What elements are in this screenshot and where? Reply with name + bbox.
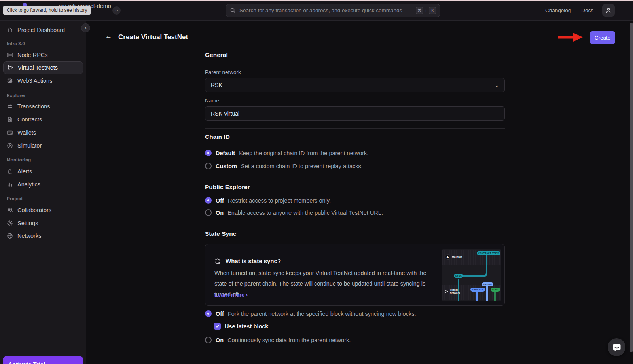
use-latest-block-checkbox-row[interactable]: Use latest block [214,323,505,330]
sync-badge: SYNC [454,274,463,278]
simulate-badge: SIMULATE [470,288,485,292]
checkbox-label: Use latest block [225,323,268,330]
name-field-wrap [205,106,505,121]
activate-trial-banner[interactable]: Activate Trial No credit card required [3,356,83,364]
radio-icon[interactable] [205,163,212,169]
scrollbar-thumb[interactable] [630,23,633,352]
divider [205,351,505,351]
people-icon [7,207,13,213]
radio-chain-id-default[interactable]: Default Keep the original chain ID from … [205,150,505,156]
radio-icon[interactable] [205,209,212,216]
checkbox-checked-icon[interactable] [214,323,221,330]
chain-id-heading: Chain ID [205,133,505,140]
radio-public-explorer-on[interactable]: On Enable access to anyone with the publ… [205,209,505,216]
public-explorer-heading: Public Explorer [205,184,505,191]
section-label-monitoring: Monitoring [7,157,31,163]
sidebar-item-label: Simulator [17,142,42,149]
sidebar-item-label: Alerts [17,168,32,174]
debug-badge: DEBUG [482,282,493,286]
account-button[interactable] [602,4,615,17]
sidebar-item-networks[interactable]: Networks [3,229,83,242]
fork-icon [445,290,448,293]
option-desc: Keep the original chain ID from the pare… [239,150,368,156]
virtual-network-text: Virtual Network [450,288,460,294]
fund-badge: FUND [491,288,500,292]
sidebar-item-contracts[interactable]: Contracts [3,113,83,126]
sidebar-item-label: Networks [17,233,41,239]
sidebar-item-web3-actions[interactable]: Web3 Actions [3,74,83,87]
learn-more-label: Learn more [214,292,244,298]
sidebar-item-collaborators[interactable]: Collaborators [3,204,83,216]
sidebar-item-simulator[interactable]: Simulator [3,139,83,152]
sidebar-item-node-rpcs[interactable]: Node RPCs [3,49,83,61]
global-search[interactable]: ⌘ + k [226,4,440,17]
radio-state-sync-off[interactable]: Off Fork the parent network at the speci… [205,310,505,317]
sidebar-item-label: Web3 Actions [17,78,52,84]
radio-chain-id-custom[interactable]: Custom Set a custom chain ID to prevent … [205,163,505,169]
window-top-edge [0,0,633,1]
bar-chart-icon [7,181,13,188]
sidebar-item-wallets[interactable]: Wallets [3,126,83,139]
search-input[interactable] [239,8,416,13]
divider [205,224,505,224]
name-input[interactable] [211,110,499,117]
parent-network-select[interactable]: RSK ⌄ [205,78,505,92]
sidebar-item-label: Node RPCs [17,52,48,58]
option-label: Default [216,150,235,156]
radio-icon[interactable] [205,337,212,343]
sidebar-item-virtual-testnets[interactable]: Virtual TestNets [3,61,83,74]
chevron-down-icon[interactable]: ⌄ [112,6,121,15]
sidebar-item-analytics[interactable]: Analytics [3,178,83,191]
sidebar-item-label: Analytics [17,181,40,188]
create-button[interactable]: Create [590,31,615,44]
option-desc: Enable access to anyone with the public … [227,210,383,216]
parent-network-label: Parent network [205,69,505,75]
radio-icon[interactable] [205,150,212,156]
play-circle-icon [7,142,13,149]
section-label-explorer: Explorer [7,93,26,99]
sidebar-item-settings[interactable]: Settings [3,217,83,229]
sidebar-item-label: Wallets [17,129,36,136]
topbar: my-rsk-project-demo my-rsk-project ⌄ Cli… [0,0,633,21]
sidebar-item-label: Settings [17,220,38,226]
back-arrow-icon[interactable]: ← [105,32,112,40]
option-desc: Continuously sync data from the parent n… [227,337,351,343]
chat-bubble-icon [612,343,622,352]
docs-link[interactable]: Docs [581,8,593,13]
contract-file-icon [7,116,13,123]
sidebar-collapse-button[interactable]: ‹ [81,23,90,32]
radio-icon[interactable] [205,310,212,317]
general-heading: General [205,51,505,59]
sidebar-item-alerts[interactable]: Alerts [3,165,83,178]
divider [205,128,505,129]
cpu-icon [7,78,13,84]
annotation-red-arrow [558,32,584,42]
state-sync-info-card: What is state sync? When turned on, stat… [205,244,505,306]
option-desc: Set a custom chain ID to prevent replay … [241,163,363,169]
create-testnet-form: General Parent network RSK ⌄ Name Chain … [205,51,505,351]
chevron-right-icon: › [246,292,248,298]
section-label-infra: Infra 3.0 [7,41,25,47]
sidebar-item-project-dashboard[interactable]: Project Dashboard [3,24,83,36]
option-label: Off [216,197,224,204]
globe-icon [7,233,13,239]
state-sync-heading: State Sync [205,230,505,237]
changelog-link[interactable]: Changelog [545,8,571,13]
sidebar-item-transactions[interactable]: Transactions [3,100,83,113]
option-desc: Restrict access to project members only. [228,197,331,204]
radio-state-sync-on[interactable]: On Continuously sync data from the paren… [205,337,505,343]
learn-more-link[interactable]: Learn more› [214,292,248,298]
state-sync-info-body: When turned on, state sync keeps your Vi… [214,268,436,300]
option-label: On [216,337,224,343]
radio-public-explorer-off[interactable]: Off Restrict access to project members o… [205,197,505,204]
sidebar: Project Dashboard Infra 3.0 Node RPCs Vi… [0,21,86,364]
sidebar-item-label: Collaborators [17,207,51,213]
parent-network-value: RSK [211,82,222,88]
radio-icon[interactable] [205,197,212,204]
chat-widget-button[interactable] [608,338,625,356]
option-desc: Fork the parent network at the specified… [228,311,416,317]
k-key: k [429,7,436,14]
option-label: Custom [216,163,237,169]
mainnet-label: ◆ Mainnet [445,254,462,260]
eth-icon: ◆ [445,254,450,260]
